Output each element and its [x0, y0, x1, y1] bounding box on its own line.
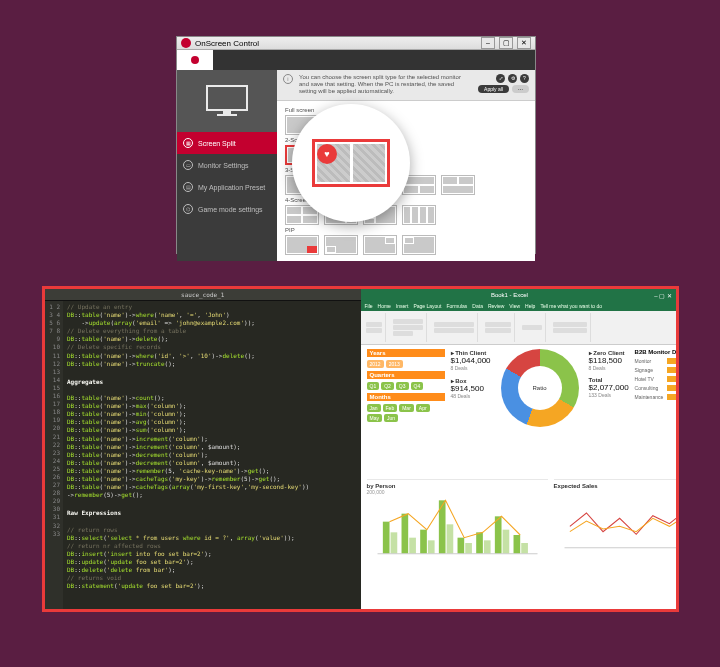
kpi-box: ▸ Box $914,500 48 Deals — [451, 377, 491, 399]
svg-rect-15 — [494, 516, 501, 553]
svg-rect-12 — [465, 543, 472, 554]
expected-sales-chart: Expected Sales — [554, 479, 676, 605]
code-tab[interactable]: sauce_code_1 — [45, 289, 361, 301]
svg-rect-0 — [207, 86, 247, 110]
svg-rect-7 — [420, 530, 427, 554]
svg-rect-4 — [390, 532, 397, 553]
filter-months[interactable]: JanFebMarAprMayJun — [367, 404, 445, 422]
layout-pip-a[interactable] — [285, 235, 319, 255]
logo-bar — [177, 50, 535, 70]
brand-dot-icon — [191, 56, 199, 64]
filter-years[interactable]: 20122013 — [367, 360, 445, 368]
nav-screen-split[interactable]: ▦ Screen Split — [177, 132, 277, 154]
split-result-frame: sauce_code_1 1 2 3 4 5 6 7 8 9 10 11 12 … — [42, 286, 679, 612]
menu-item[interactable]: Help — [525, 303, 535, 309]
menu-item[interactable]: View — [509, 303, 520, 309]
code-content[interactable]: // Update an entry DB::table('name')->wh… — [63, 301, 361, 609]
filter-pill[interactable]: 2013 — [386, 360, 403, 368]
kpi-thin: ▸ Thin Client $1,044,000 8 Deals — [451, 349, 491, 371]
titlebar[interactable]: OnScreen Control – ▢ ✕ — [177, 37, 535, 50]
filter-pill[interactable]: Mar — [399, 404, 414, 412]
action-expand-icon[interactable]: ⤢ — [496, 74, 505, 83]
menu-item[interactable]: Review — [488, 303, 504, 309]
maximize-button[interactable]: ▢ — [499, 37, 513, 49]
line-gutter: 1 2 3 4 5 6 7 8 9 10 11 12 13 14 15 16 1… — [45, 301, 63, 609]
filter-quarters-head: Quarters — [367, 371, 445, 379]
info-message: You can choose the screen split type for… — [299, 74, 472, 96]
filter-pill[interactable]: 2012 — [367, 360, 384, 368]
svg-rect-2 — [217, 114, 237, 116]
svg-rect-17 — [513, 535, 520, 554]
apply-all-button[interactable]: Apply all — [478, 85, 509, 93]
menu-item[interactable]: Insert — [396, 303, 409, 309]
svg-rect-13 — [476, 532, 483, 553]
layout-4d[interactable] — [402, 205, 436, 225]
donut-label: Ratio — [518, 366, 562, 410]
zoom-preview: ♥ — [292, 104, 410, 222]
menu-item[interactable]: File — [365, 303, 373, 309]
kpi-area: ▸ Thin Client $1,044,000 8 Deals ▸ Box $… — [451, 349, 629, 473]
filter-pill[interactable]: Jan — [367, 404, 381, 412]
sidebar-nav: ▦ Screen Split ▭ Monitor Settings ▤ My A… — [177, 132, 277, 220]
info-strip: i You can choose the screen split type f… — [277, 70, 535, 101]
zoom-layout-tile: ♥ — [312, 139, 390, 187]
code-editor-pane: sauce_code_1 1 2 3 4 5 6 7 8 9 10 11 12 … — [45, 289, 361, 609]
filter-pill[interactable]: Q4 — [411, 382, 424, 390]
hbar-title: B2B Monitor Deals — [635, 349, 676, 355]
monitor-small-icon: ▭ — [183, 160, 193, 170]
kpi-zero: ▸ Zero Client $118,500 8 Deals — [589, 349, 629, 371]
excel-ribbon[interactable] — [361, 311, 677, 345]
donut-chart: Ratio — [501, 349, 579, 427]
app-icon: ▤ — [183, 182, 193, 192]
minimize-button[interactable]: – — [481, 37, 495, 49]
close-button[interactable]: ✕ — [517, 37, 531, 49]
nav-game-mode[interactable]: ⌬ Game mode settings — [177, 198, 277, 220]
menu-item[interactable]: Formulas — [447, 303, 468, 309]
layout-pip-b[interactable] — [324, 235, 358, 255]
nav-label: Game mode settings — [198, 206, 263, 213]
layout-3e[interactable] — [441, 175, 475, 195]
svg-rect-14 — [483, 540, 490, 553]
nav-label: My Application Preset — [198, 184, 265, 191]
filter-pill[interactable]: Q1 — [367, 382, 380, 390]
grid-icon: ▦ — [183, 138, 193, 148]
filter-pill[interactable]: Apr — [416, 404, 430, 412]
action-settings-icon[interactable]: ⚙ — [508, 74, 517, 83]
filter-pill[interactable]: Q3 — [396, 382, 409, 390]
nav-monitor-settings[interactable]: ▭ Monitor Settings — [177, 154, 277, 176]
svg-rect-3 — [382, 522, 389, 554]
filter-pill[interactable]: Jun — [384, 414, 398, 422]
menu-item[interactable]: Data — [472, 303, 483, 309]
by-person-chart: by Person 200,000 — [367, 479, 548, 605]
svg-rect-10 — [446, 524, 453, 553]
menu-item[interactable]: Page Layout — [413, 303, 441, 309]
filter-months-head: Months — [367, 393, 445, 401]
excel-title: Book1 - Excel — [491, 292, 528, 298]
svg-rect-1 — [223, 110, 231, 114]
info-icon: i — [283, 74, 293, 84]
action-help-icon[interactable]: ? — [520, 74, 529, 83]
filter-pill[interactable]: May — [367, 414, 382, 422]
svg-rect-5 — [401, 514, 408, 554]
spreadsheet-pane: Book1 - Excel – ▢ ✕ FileHomeInsertPage L… — [361, 289, 677, 609]
excel-titlebar[interactable]: Book1 - Excel – ▢ ✕ — [361, 289, 677, 301]
app-icon — [181, 38, 191, 48]
left-sidebar: ▦ Screen Split ▭ Monitor Settings ▤ My A… — [177, 70, 277, 261]
svg-rect-6 — [409, 538, 416, 554]
filter-pill[interactable]: Q2 — [381, 382, 394, 390]
dashboard-body: Years 20122013 Quarters Q1Q2Q3Q4 Months … — [361, 345, 677, 609]
gamepad-icon: ⌬ — [183, 204, 193, 214]
secondary-button[interactable]: ⋯ — [512, 85, 529, 93]
layout-pip-d[interactable] — [402, 235, 436, 255]
excel-menu[interactable]: FileHomeInsertPage LayoutFormulasDataRev… — [361, 301, 677, 311]
svg-rect-11 — [457, 538, 464, 554]
filter-pill[interactable]: Feb — [383, 404, 398, 412]
heart-icon: ♥ — [317, 144, 337, 164]
layout-pip-c[interactable] — [363, 235, 397, 255]
nav-label: Monitor Settings — [198, 162, 249, 169]
menu-item[interactable]: Home — [378, 303, 391, 309]
nav-label: Screen Split — [198, 140, 236, 147]
filter-quarters[interactable]: Q1Q2Q3Q4 — [367, 382, 445, 390]
nav-app-preset[interactable]: ▤ My Application Preset — [177, 176, 277, 198]
menu-item[interactable]: Tell me what you want to do — [540, 303, 602, 309]
